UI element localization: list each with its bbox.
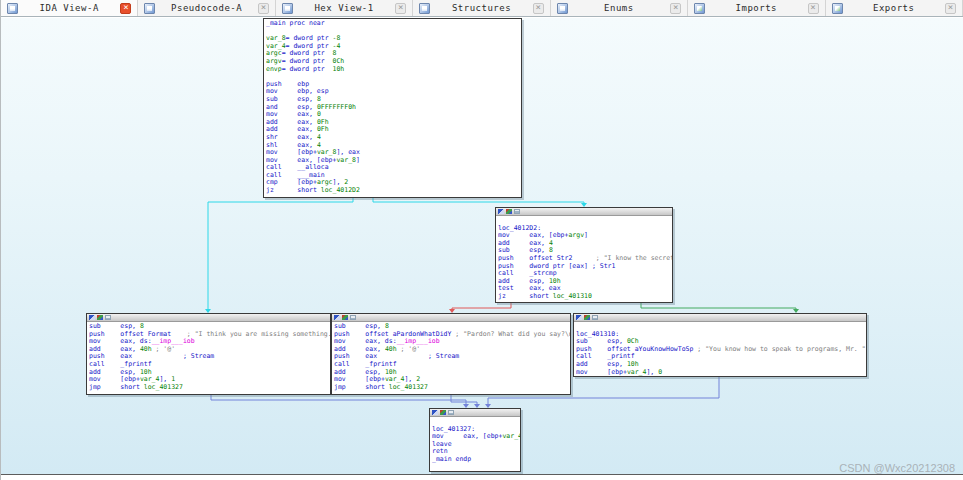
node-loc-401327[interactable]: loc_401327:mov eax, [ebp+var_4]leaveretn…	[429, 408, 521, 472]
tab-structures[interactable]: Structures	[413, 0, 550, 16]
node-title-bar[interactable]	[87, 314, 330, 322]
node-missing-something[interactable]: sub esp, 8push offset Format ; "I think …	[86, 313, 331, 395]
node-title-bar[interactable]	[574, 314, 866, 322]
disassembly-text: loc_401310:sub esp, 0Chpush offset aYouK…	[574, 322, 866, 376]
tab-label: Hex View-1	[293, 3, 395, 13]
tab-imports[interactable]: Imports	[688, 0, 825, 16]
node-header-icon-1[interactable]	[576, 315, 582, 320]
window-bottom-edge	[1, 474, 963, 475]
close-icon[interactable]	[258, 3, 269, 14]
tab-label: Imports	[705, 3, 807, 13]
node-header-icon-1[interactable]	[334, 315, 340, 320]
node-title-bar[interactable]	[430, 409, 520, 417]
node-header-icon-2[interactable]	[584, 315, 590, 320]
pseudocode-icon	[144, 3, 155, 14]
close-icon[interactable]	[670, 3, 681, 14]
disassembly-text: sub esp, 8push offset aPardonWhatDidY ; …	[332, 322, 570, 391]
close-icon[interactable]	[395, 3, 406, 14]
edge-4012d2-false-to-pardon	[452, 303, 511, 309]
enums-icon	[557, 3, 568, 14]
disassembly-text: loc_4012D2:mov eax, [ebp+argv]add eax, 4…	[496, 216, 672, 301]
edge-missing-to-401327	[211, 395, 466, 404]
ida-view-icon	[7, 3, 18, 14]
tab-exports[interactable]: Exports	[826, 0, 963, 16]
node-header-icon-1[interactable]	[498, 209, 504, 214]
node-header-icon-2[interactable]	[342, 315, 348, 320]
hex-view-icon	[282, 3, 293, 14]
watermark: CSDN @Wxc20212308	[839, 462, 955, 474]
edge-pardon-to-401327	[451, 395, 477, 404]
structures-icon	[419, 3, 430, 14]
node-header-icon-2[interactable]	[97, 315, 103, 320]
node-header-icon-3[interactable]	[592, 315, 598, 320]
close-icon[interactable]	[120, 3, 131, 14]
node-header-icon-1[interactable]	[432, 410, 438, 415]
node-title-bar[interactable]	[332, 314, 570, 322]
tab-ida-view-a[interactable]: IDA View-A	[1, 0, 138, 16]
disassembly-text: _main proc near var_8= dword ptr -8var_4…	[264, 19, 521, 195]
node-title-bar[interactable]	[496, 208, 672, 216]
edge-main-to-missing	[208, 198, 353, 309]
close-icon[interactable]	[533, 3, 544, 14]
node-header-icon-3[interactable]	[350, 315, 356, 320]
tab-label: IDA View-A	[18, 3, 120, 13]
node-header-icon-1[interactable]	[89, 315, 95, 320]
close-icon[interactable]	[945, 3, 956, 14]
tab-pseudocode-a[interactable]: Pseudocode-A	[138, 0, 275, 16]
tab-label: Enums	[568, 3, 670, 13]
node-pardon[interactable]: sub esp, 8push offset aPardonWhatDidY ; …	[331, 313, 571, 395]
edge-4012d2-true-to-401310	[641, 303, 796, 309]
tab-bar: IDA View-A Pseudocode-A Hex View-1 Struc…	[1, 0, 963, 17]
node-header-icon-2[interactable]	[506, 209, 512, 214]
node-loc-401310[interactable]: loc_401310:sub esp, 0Chpush offset aYouK…	[573, 313, 867, 377]
node-main[interactable]: _main proc near var_8= dword ptr -8var_4…	[263, 18, 522, 198]
node-header-icon-2[interactable]	[440, 410, 446, 415]
disassembly-text: sub esp, 8push offset Format ; "I think …	[87, 322, 330, 391]
tab-label: Exports	[843, 3, 945, 13]
close-icon[interactable]	[808, 3, 819, 14]
node-header-icon-3[interactable]	[448, 410, 454, 415]
tab-label: Structures	[430, 3, 532, 13]
tab-label: Pseudocode-A	[155, 3, 257, 13]
node-header-icon-3[interactable]	[105, 315, 111, 320]
node-header-icon-3[interactable]	[514, 209, 520, 214]
tab-hex-view-1[interactable]: Hex View-1	[276, 0, 413, 16]
imports-icon	[694, 3, 705, 14]
tab-enums[interactable]: Enums	[551, 0, 688, 16]
exports-icon	[832, 3, 843, 14]
edge-main-to-4012d2	[373, 198, 584, 203]
node-loc-4012D2[interactable]: loc_4012D2:mov eax, [ebp+argv]add eax, 4…	[495, 207, 673, 303]
disassembly-text: loc_401327:mov eax, [ebp+var_4]leaveretn…	[430, 417, 520, 464]
graph-canvas[interactable]: _main proc near var_8= dword ptr -8var_4…	[1, 18, 963, 474]
